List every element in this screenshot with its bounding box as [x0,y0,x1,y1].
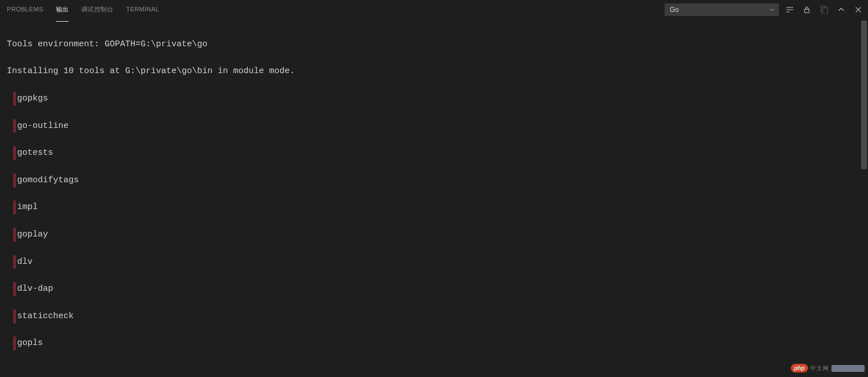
watermark: php 中文网 [791,364,865,372]
output-line: Tools environment: GOPATH=G:\private\go [7,38,862,51]
panel-tabbar: PROBLEMS 输出 调试控制台 TERMINAL Go [0,0,868,19]
panel-tabs: PROBLEMS 输出 调试控制台 TERMINAL [7,0,159,19]
watermark-strip [831,365,865,372]
svg-rect-0 [805,9,809,13]
output-tool-line: gopls [7,336,862,350]
vertical-scrollbar[interactable] [861,21,867,169]
output-tool-line: gopkgs [7,92,862,106]
tab-output[interactable]: 输出 [56,0,69,19]
output-panel: PROBLEMS 输出 调试控制台 TERMINAL Go [0,0,868,377]
output-tool-line: dlv-dap [7,282,862,296]
chevron-down-panel-icon[interactable] [836,5,846,15]
svg-rect-2 [822,8,827,14]
tab-terminal[interactable]: TERMINAL [126,0,159,19]
output-blank-line [7,364,862,377]
output-channel-select[interactable]: Go [665,3,779,16]
tab-problems[interactable]: PROBLEMS [7,0,43,19]
tab-debug-console[interactable]: 调试控制台 [81,0,114,19]
close-panel-icon[interactable] [853,5,863,15]
output-tool-line: impl [7,200,862,214]
output-channel-value[interactable]: Go [665,3,779,16]
output-tool-line: gotests [7,146,862,160]
output-tool-line: dlv [7,255,862,269]
output-tool-line: gomodifytags [7,174,862,187]
watermark-cn-text: 中文网 [810,364,829,372]
output-tool-line: goplay [7,228,862,242]
output-tool-line: go-outline [7,119,862,133]
word-wrap-icon[interactable] [785,5,795,15]
output-content[interactable]: Tools environment: GOPATH=G:\private\go … [0,19,868,377]
output-tool-line: staticcheck [7,310,862,323]
clear-output-icon[interactable] [819,5,829,15]
watermark-php-badge: php [791,364,808,372]
lock-icon[interactable] [802,5,812,15]
output-line: Installing 10 tools at G:\private\go\bin… [7,65,862,78]
panel-action-icons [785,5,863,15]
